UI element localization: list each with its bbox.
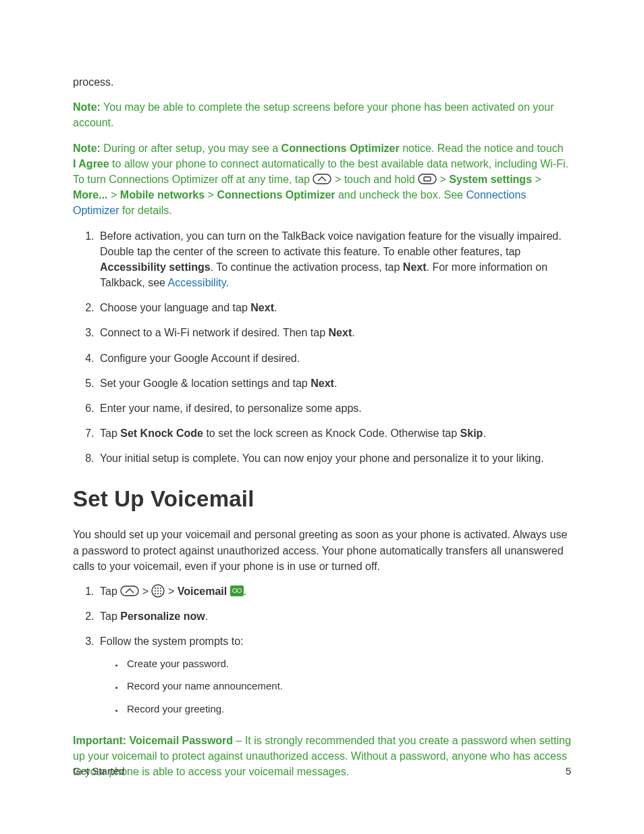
note-activation: Note: You may be able to complete the se… <box>73 99 571 130</box>
list-item: Record your greeting. <box>124 702 571 716</box>
recent-key-icon <box>418 174 437 184</box>
list-item: Choose your language and tap Next. <box>97 300 571 315</box>
list-item: Connect to a Wi-Fi network if desired. T… <box>97 325 571 340</box>
list-item: Follow the system prompts to: Create you… <box>97 633 571 716</box>
list-item: Create your password. <box>124 656 571 671</box>
list-item: Enter your name, if desired, to personal… <box>97 400 571 416</box>
voicemail-icon <box>230 585 244 596</box>
list-item: Your initial setup is complete. You can … <box>97 450 571 466</box>
setup-steps-list: Before activation, you can turn on the T… <box>73 228 571 467</box>
list-item: Record your name announcement. <box>124 679 571 694</box>
home-key-icon <box>313 174 331 184</box>
list-item: Before activation, you can turn on the T… <box>97 228 571 291</box>
apps-key-icon <box>151 584 165 598</box>
list-item: Tap > > Voicemail . <box>97 583 571 599</box>
home-key-icon <box>120 585 139 596</box>
list-item: Set your Google & location settings and … <box>97 375 571 391</box>
note-connections-optimizer: Note: During or after setup, you may see… <box>73 140 571 219</box>
list-item: Tap Set Knock Code to set the lock scree… <box>97 425 571 441</box>
voicemail-heading: Set Up Voicemail <box>73 483 571 515</box>
footer-section: Get Started <box>73 764 125 779</box>
page-footer: Get Started 5 <box>73 764 571 779</box>
voicemail-steps-list: Tap > > Voicemail . Tap Personalize now.… <box>73 583 571 716</box>
accessibility-link[interactable]: Accessibility <box>168 277 226 288</box>
list-item: Tap Personalize now. <box>97 608 571 624</box>
footer-page-number: 5 <box>566 764 571 779</box>
intro-fragment: process. <box>73 74 571 90</box>
voicemail-intro: You should set up your voicemail and per… <box>73 527 571 574</box>
list-item: Configure your Google Account if desired… <box>97 350 571 366</box>
